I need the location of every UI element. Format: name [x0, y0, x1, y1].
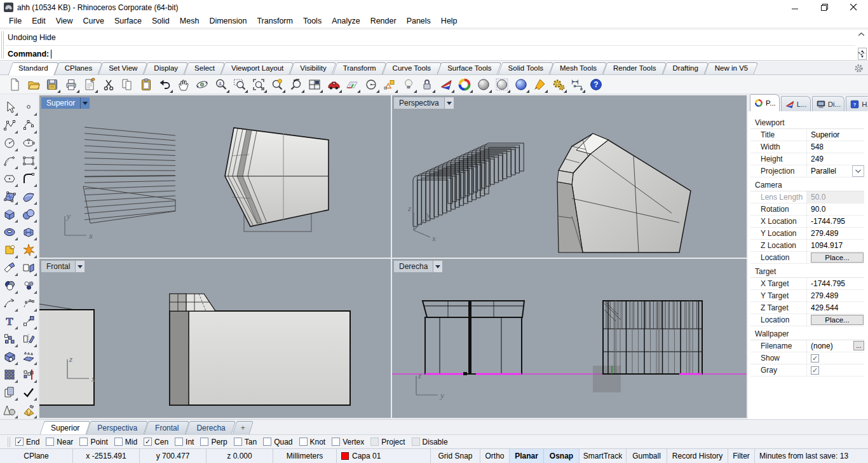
- status-millimeters[interactable]: Millimeters: [273, 449, 337, 463]
- property-value[interactable]: -1744.795: [811, 279, 845, 288]
- viewport-menu-arrow[interactable]: [433, 261, 442, 272]
- layers-stack-icon[interactable]: [1, 384, 18, 401]
- toolbar-tab-set-view[interactable]: Set View: [100, 62, 146, 74]
- shaded-display-icon[interactable]: [475, 76, 492, 93]
- surface-points-icon[interactable]: [1, 188, 18, 205]
- checkbox-near[interactable]: [46, 438, 54, 446]
- osnap-tan[interactable]: Tan: [234, 438, 257, 446]
- viewport-superior[interactable]: yx Superior: [39, 95, 391, 258]
- checkbox-int[interactable]: [175, 438, 183, 446]
- rebuild-curve-icon[interactable]: [20, 295, 37, 312]
- menu-surface[interactable]: Surface: [109, 15, 147, 27]
- command-line[interactable]: Command:: [5, 46, 855, 62]
- lock-icon[interactable]: [419, 76, 435, 93]
- toolbar-tab-cplanes[interactable]: CPlanes: [57, 62, 100, 74]
- property-value[interactable]: (none): [811, 342, 833, 350]
- zoom-selected-icon[interactable]: [269, 76, 285, 93]
- status-smarttrack[interactable]: SmartTrack: [580, 449, 627, 463]
- box-icon[interactable]: [1, 206, 18, 223]
- status-cplane[interactable]: CPlane: [0, 449, 73, 463]
- status-z-0-000[interactable]: z 0.000: [207, 449, 273, 463]
- property-value[interactable]: Superior: [811, 130, 839, 139]
- osnap-int[interactable]: Int: [175, 438, 194, 446]
- osnap-near[interactable]: Near: [46, 438, 73, 446]
- checkbox-quad[interactable]: [263, 438, 271, 446]
- new-file-icon[interactable]: [6, 76, 23, 93]
- zoom-window-icon[interactable]: [231, 76, 248, 93]
- toolbar-tab-visibility[interactable]: Visibility: [292, 62, 334, 74]
- polygon-icon[interactable]: [1, 170, 18, 187]
- undo-icon[interactable]: [156, 76, 173, 93]
- menu-tools[interactable]: Tools: [298, 15, 327, 27]
- osnap-end[interactable]: ✓End: [15, 438, 39, 446]
- solid-edit-icon[interactable]: [1, 349, 18, 365]
- osnap-point[interactable]: Point: [79, 438, 107, 446]
- toolbar-tab-solid-tools[interactable]: Solid Tools: [500, 62, 552, 74]
- osnap-shapes-icon[interactable]: [381, 76, 398, 93]
- property-value[interactable]: 1094.917: [811, 241, 843, 250]
- osnap-knot[interactable]: Knot: [299, 438, 326, 446]
- osnap-quad[interactable]: Quad: [263, 438, 292, 446]
- property-value[interactable]: 279.489: [811, 291, 838, 300]
- toolbar-tab-render-tools[interactable]: Render Tools: [605, 62, 665, 74]
- osnap-project[interactable]: Project: [370, 438, 405, 446]
- adjust-bulge-icon[interactable]: [1, 295, 18, 312]
- osnap-perp[interactable]: Perp: [200, 438, 227, 446]
- property-value[interactable]: 249: [811, 155, 824, 163]
- toolbar-tab-drafting[interactable]: Drafting: [665, 62, 707, 74]
- status-minutes-from-last-save-13[interactable]: Minutes from last save: 13: [755, 449, 868, 463]
- toolbar-tab-surface-tools[interactable]: Surface Tools: [439, 62, 499, 74]
- panel-tab-h[interactable]: ?H...: [846, 96, 868, 111]
- check-mark-icon[interactable]: [20, 384, 37, 401]
- menu-transform[interactable]: Transform: [252, 15, 298, 27]
- close-button[interactable]: [839, 0, 868, 15]
- zoom-extents-icon[interactable]: [250, 76, 267, 93]
- block-edit-icon[interactable]: [20, 366, 37, 383]
- minimize-button[interactable]: [780, 0, 810, 15]
- render-paint-icon[interactable]: [20, 402, 37, 418]
- viewport-label-frontal[interactable]: Frontal: [41, 261, 85, 272]
- checkbox-cen[interactable]: ✓: [144, 438, 152, 446]
- dimension-icon[interactable]: [569, 76, 585, 93]
- viewport-derecha[interactable]: zy Derecha: [392, 259, 747, 418]
- viewport-menu-arrow[interactable]: [444, 97, 454, 109]
- toolbar-tab-viewport-layout[interactable]: Viewport Layout: [223, 62, 292, 74]
- polyline-icon[interactable]: [1, 117, 18, 134]
- layer-color-swatch[interactable]: [341, 452, 349, 460]
- status-osnap[interactable]: Osnap: [544, 449, 580, 463]
- status-grid-snap[interactable]: Grid Snap: [431, 449, 480, 463]
- pan-icon[interactable]: [175, 76, 192, 93]
- menu-solid[interactable]: Solid: [147, 15, 175, 27]
- text-icon[interactable]: T: [1, 313, 18, 329]
- dropdown-arrow[interactable]: [852, 165, 864, 177]
- paste-icon[interactable]: [138, 76, 154, 93]
- toolbar-tab-mesh-tools[interactable]: Mesh Tools: [552, 62, 605, 74]
- viewport-menu-arrow[interactable]: [80, 97, 90, 109]
- checkbox-mid[interactable]: [114, 438, 123, 446]
- panel-tab-l[interactable]: L...: [781, 96, 811, 111]
- property-value[interactable]: Parallel: [811, 167, 836, 176]
- status-filter[interactable]: Filter: [728, 449, 755, 463]
- viewport-tab-perspectiva[interactable]: Perspectiva: [88, 421, 146, 434]
- viewport-tab-frontal[interactable]: Frontal: [146, 421, 187, 434]
- cut-icon[interactable]: [100, 76, 117, 93]
- osnap-disable[interactable]: Disable: [412, 438, 448, 446]
- command-history[interactable]: Undoing Hide: [5, 29, 855, 46]
- fillet-corner-icon[interactable]: [20, 170, 37, 187]
- viewport-tab-derecha[interactable]: Derecha: [187, 421, 234, 434]
- place-button[interactable]: Place...: [811, 252, 864, 263]
- rectangle-icon[interactable]: [20, 153, 37, 169]
- car-icon[interactable]: [325, 76, 342, 93]
- options-gears-icon[interactable]: [550, 76, 567, 93]
- menu-view[interactable]: View: [51, 15, 78, 27]
- boolean-union-icon[interactable]: [1, 242, 18, 258]
- flashlight-icon[interactable]: [531, 76, 548, 93]
- osnap-vertex[interactable]: Vertex: [332, 438, 364, 446]
- save-icon[interactable]: [44, 76, 60, 93]
- ghosted-display-icon[interactable]: [494, 76, 510, 93]
- render-icon[interactable]: [438, 76, 454, 93]
- checkbox-tan[interactable]: [234, 438, 242, 446]
- menu-mesh[interactable]: Mesh: [175, 15, 205, 27]
- status-record-history[interactable]: Record History: [667, 449, 728, 463]
- property-value[interactable]: 90.0: [811, 205, 825, 214]
